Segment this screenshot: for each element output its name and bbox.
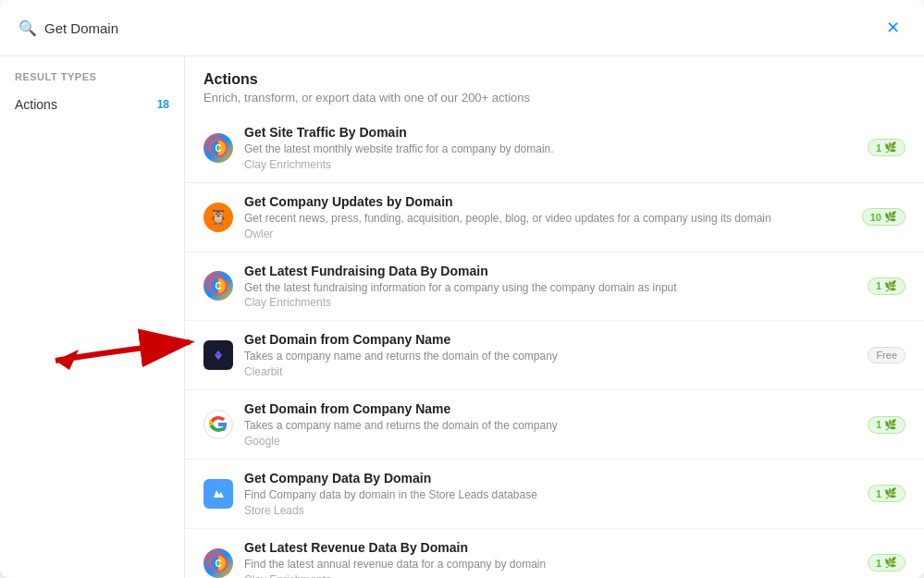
badge-number: 1 (876, 488, 881, 499)
results-list: C Get Site Traffic By Domain Get the lat… (185, 114, 924, 578)
result-info-get-latest-revenue: Get Latest Revenue Data By Domain Find t… (244, 540, 856, 578)
result-source: Google (244, 435, 856, 448)
content-title: Actions (203, 71, 906, 88)
leaf-icon: 🌿 (884, 211, 897, 223)
result-source: Clay Enrichments (244, 296, 856, 309)
sidebar-item-actions[interactable]: Actions 18 (0, 90, 184, 119)
result-desc: Get the latest monthly website traffic f… (244, 141, 856, 157)
leaf-icon: 🌿 (884, 280, 897, 292)
svg-text:C: C (215, 559, 221, 569)
clearbit-icon (203, 340, 233, 370)
main-content: Actions Enrich, transform, or export dat… (185, 56, 924, 578)
search-query: Get Domain (44, 20, 118, 36)
badge-number: 1 (876, 419, 881, 430)
svg-text:C: C (215, 281, 221, 291)
clay-enrichments-icon-3: C (203, 548, 233, 578)
result-info-get-latest-fundraising: Get Latest Fundraising Data By Domain Ge… (244, 264, 856, 310)
result-info-get-company-updates: Get Company Updates by Domain Get recent… (244, 194, 851, 240)
clay-enrichments-icon: C (203, 133, 233, 163)
google-icon (203, 410, 233, 439)
result-title: Get Latest Revenue Data By Domain (244, 540, 856, 555)
result-item-get-domain-clearbit[interactable]: Get Domain from Company Name Takes a com… (185, 321, 924, 390)
result-badge: 1 🌿 (868, 554, 906, 572)
result-source: Clay Enrichments (244, 158, 856, 171)
result-desc: Takes a company name and returns the dom… (244, 349, 856, 364)
result-item-get-company-data-store[interactable]: Get Company Data By Domain Find Company … (185, 460, 924, 529)
result-badge: Free (868, 347, 906, 363)
result-desc: Find Company data by domain in the Store… (244, 487, 856, 503)
result-title: Get Domain from Company Name (244, 401, 856, 416)
result-title: Get Site Traffic By Domain (244, 125, 856, 140)
search-bar[interactable]: 🔍 Get Domain (18, 19, 118, 37)
result-item-get-site-traffic[interactable]: C Get Site Traffic By Domain Get the lat… (185, 114, 924, 183)
modal-body: Result Types Actions 18 Actions Enrich, … (0, 56, 924, 578)
result-desc: Get recent news, press, funding, acquisi… (244, 211, 851, 227)
leaf-icon: 🌿 (884, 557, 897, 569)
close-button[interactable]: ✕ (880, 15, 906, 41)
result-title: Get Company Updates by Domain (244, 194, 851, 209)
result-badge: 1 🌿 (868, 277, 906, 295)
result-source: Owler (244, 228, 851, 240)
storeleads-icon (203, 479, 233, 509)
badge-number: 1 (876, 558, 881, 569)
free-badge: Free (868, 347, 906, 363)
result-item-get-company-updates[interactable]: 🦉 Get Company Updates by Domain Get rece… (185, 183, 924, 252)
sidebar: Result Types Actions 18 (0, 56, 185, 578)
result-badge: 1 🌿 (868, 139, 906, 156)
badge-number: 10 (870, 212, 881, 223)
result-title: Get Latest Fundraising Data By Domain (244, 264, 856, 278)
result-source: Clearbit (244, 365, 856, 378)
credit-badge: 1 🌿 (868, 485, 906, 502)
sidebar-item-label: Actions (15, 97, 57, 112)
modal-header: 🔍 Get Domain ✕ (0, 0, 924, 56)
leaf-icon: 🌿 (884, 487, 897, 499)
credit-badge: 1 🌿 (868, 277, 906, 295)
clay-enrichments-icon-2: C (203, 271, 233, 301)
content-subtitle: Enrich, transform, or export data with o… (203, 91, 906, 105)
credit-badge: 10 🌿 (862, 208, 906, 226)
result-info-get-domain-google: Get Domain from Company Name Takes a com… (244, 401, 856, 448)
credit-badge: 1 🌿 (868, 554, 906, 572)
result-title: Get Domain from Company Name (244, 332, 856, 347)
result-info-get-site-traffic: Get Site Traffic By Domain Get the lates… (244, 125, 856, 171)
content-header: Actions Enrich, transform, or export dat… (185, 56, 924, 114)
result-source: Clay Enrichments (244, 573, 856, 578)
result-desc: Get the latest fundraising information f… (244, 280, 856, 296)
badge-number: 1 (876, 142, 881, 154)
badge-number: 1 (876, 280, 881, 291)
credit-badge: 1 🌿 (868, 416, 906, 434)
sidebar-badge-count: 18 (157, 98, 169, 111)
result-item-get-latest-revenue[interactable]: C Get Latest Revenue Data By Domain Find… (185, 529, 924, 578)
credit-badge: 1 🌿 (868, 139, 906, 156)
svg-text:C: C (215, 143, 221, 154)
search-icon: 🔍 (18, 19, 37, 37)
owler-icon: 🦉 (203, 203, 233, 232)
result-badge: 10 🌿 (862, 208, 906, 226)
result-title: Get Company Data By Domain (244, 471, 856, 486)
result-info-get-domain-clearbit: Get Domain from Company Name Takes a com… (244, 332, 856, 378)
leaf-icon: 🌿 (884, 141, 897, 154)
search-modal: 🔍 Get Domain ✕ Result Types Actions 18 A… (0, 0, 924, 578)
result-desc: Takes a company name and returns the dom… (244, 418, 856, 434)
result-info-get-company-data-store: Get Company Data By Domain Find Company … (244, 471, 856, 517)
sidebar-section-label: Result Types (0, 71, 184, 90)
leaf-icon: 🌿 (884, 419, 897, 431)
result-desc: Find the latest annual revenue data for … (244, 557, 856, 572)
result-item-get-latest-fundraising[interactable]: C Get Latest Fundraising Data By Domain … (185, 252, 924, 322)
result-badge: 1 🌿 (868, 416, 906, 434)
result-source: Store Leads (244, 504, 856, 517)
result-item-get-domain-google[interactable]: Get Domain from Company Name Takes a com… (185, 390, 924, 460)
result-badge: 1 🌿 (868, 485, 906, 502)
